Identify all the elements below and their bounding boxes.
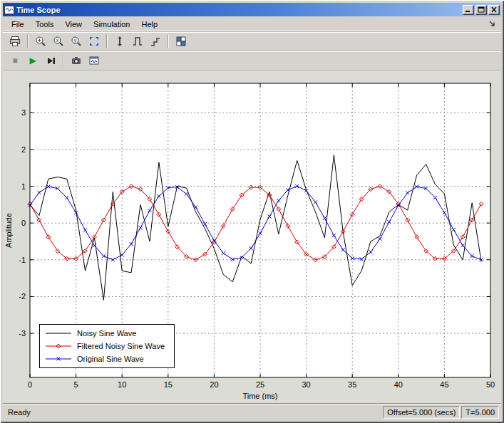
svg-text:0: 0 bbox=[21, 219, 26, 227]
legend-line-sample-filtered bbox=[44, 342, 73, 350]
svg-text:5: 5 bbox=[74, 380, 78, 389]
svg-text:x: x bbox=[56, 38, 59, 43]
toolbar-separator bbox=[106, 35, 108, 48]
stop-icon: ■ bbox=[12, 56, 17, 65]
svg-text:0: 0 bbox=[28, 380, 32, 389]
main-toolbar: x y bbox=[3, 32, 501, 51]
figure-area: 05101520253035404550-3-2-10123Time (ms)A… bbox=[3, 70, 501, 403]
legend-line-sample-noisy bbox=[44, 329, 73, 338]
menu-file[interactable]: File bbox=[6, 18, 30, 31]
menu-help[interactable]: Help bbox=[135, 18, 163, 31]
snapshot-button[interactable] bbox=[68, 53, 85, 68]
svg-text:10: 10 bbox=[118, 380, 126, 389]
time-scope-window: Time Scope File Tools View Simulation He… bbox=[0, 0, 504, 423]
run-button[interactable]: ▶ bbox=[24, 53, 41, 68]
x-axis-label: Time (ms) bbox=[242, 392, 277, 400]
time-display: T=5.000 bbox=[461, 406, 499, 419]
svg-text:35: 35 bbox=[348, 380, 356, 389]
fit-to-view-button[interactable] bbox=[86, 33, 103, 49]
svg-text:-2: -2 bbox=[19, 292, 26, 301]
svg-text:15: 15 bbox=[164, 380, 173, 389]
toolbar-separator bbox=[63, 54, 64, 67]
maximize-button[interactable] bbox=[475, 5, 487, 15]
svg-text:1: 1 bbox=[21, 182, 26, 191]
titlebar[interactable]: Time Scope bbox=[3, 3, 501, 16]
menu-view[interactable]: View bbox=[59, 18, 88, 31]
legend-item-filtered[interactable]: Filtered Noisy Sine Wave bbox=[44, 341, 170, 351]
svg-text:40: 40 bbox=[394, 380, 403, 389]
svg-text:-3: -3 bbox=[19, 329, 26, 338]
zoom-y-button[interactable]: y bbox=[68, 33, 85, 49]
svg-text:25: 25 bbox=[256, 380, 264, 389]
svg-text:20: 20 bbox=[210, 380, 218, 389]
x-tick-labels: 05101520253035404550 bbox=[28, 380, 495, 389]
legend-item-original[interactable]: Original Sine Wave bbox=[44, 354, 170, 364]
menu-tools[interactable]: Tools bbox=[30, 18, 60, 31]
window-title: Time Scope bbox=[16, 6, 461, 14]
legend-line-sample-original bbox=[44, 355, 73, 363]
menu-simulation[interactable]: Simulation bbox=[88, 18, 135, 31]
simulation-toolbar: ■ ▶ bbox=[3, 51, 501, 70]
print-button[interactable] bbox=[6, 33, 24, 49]
offset-display: Offset=5.000 (secs) bbox=[383, 406, 460, 419]
stairstep-signal-button[interactable] bbox=[147, 33, 164, 49]
run-icon: ▶ bbox=[29, 56, 36, 65]
camera-icon bbox=[71, 55, 82, 66]
svg-text:y: y bbox=[74, 38, 77, 43]
legend-label-noisy: Noisy Sine Wave bbox=[77, 329, 136, 338]
svg-text:-1: -1 bbox=[19, 256, 26, 264]
legend-label-original: Original Sine Wave bbox=[77, 355, 144, 363]
status-text: Ready bbox=[8, 408, 31, 417]
svg-text:3: 3 bbox=[21, 108, 26, 117]
legend-label-filtered: Filtered Noisy Sine Wave bbox=[77, 342, 165, 350]
pulse-signal-button[interactable] bbox=[129, 33, 146, 49]
scale-y-limits-button[interactable] bbox=[111, 33, 128, 49]
legend[interactable]: Noisy Sine Wave Filtered Noisy Sine Wave… bbox=[39, 324, 175, 368]
toolbar-separator bbox=[27, 35, 29, 48]
scope-window-icon bbox=[88, 55, 100, 66]
svg-text:50: 50 bbox=[486, 380, 495, 389]
legend-item-noisy[interactable]: Noisy Sine Wave bbox=[44, 328, 170, 338]
step-forward-button[interactable] bbox=[42, 53, 59, 68]
y-tick-labels: -3-2-10123 bbox=[19, 108, 26, 338]
svg-text:45: 45 bbox=[440, 380, 448, 389]
minimize-button[interactable] bbox=[463, 5, 474, 15]
statusbar: Ready Offset=5.000 (secs) T=5.000 bbox=[3, 403, 501, 420]
menubar: File Tools View Simulation Help bbox=[3, 16, 501, 32]
time-scope-app-icon bbox=[4, 5, 14, 15]
dock-icon[interactable] bbox=[488, 19, 497, 28]
window-controls bbox=[463, 5, 500, 15]
y-axis-label: Amplitude bbox=[4, 213, 13, 248]
scope-parameters-button[interactable] bbox=[86, 53, 103, 68]
autoscale-axes-button[interactable] bbox=[173, 33, 190, 49]
stop-button: ■ bbox=[6, 53, 24, 68]
zoom-in-button[interactable] bbox=[32, 33, 49, 49]
step-forward-icon bbox=[46, 56, 56, 66]
toolbar-separator bbox=[168, 35, 169, 48]
svg-text:2: 2 bbox=[21, 145, 26, 154]
zoom-x-button[interactable]: x bbox=[50, 33, 67, 49]
svg-text:30: 30 bbox=[302, 380, 310, 389]
close-button[interactable] bbox=[488, 5, 500, 15]
